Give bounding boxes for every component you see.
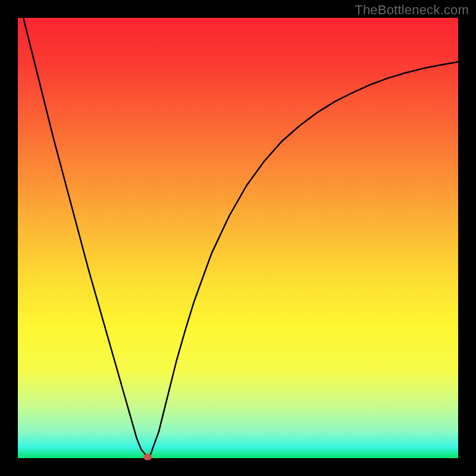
minimum-marker — [143, 453, 152, 460]
bottleneck-curve — [18, 18, 458, 458]
chart-frame: TheBottleneck.com — [0, 0, 476, 476]
watermark-text: TheBottleneck.com — [355, 2, 469, 18]
